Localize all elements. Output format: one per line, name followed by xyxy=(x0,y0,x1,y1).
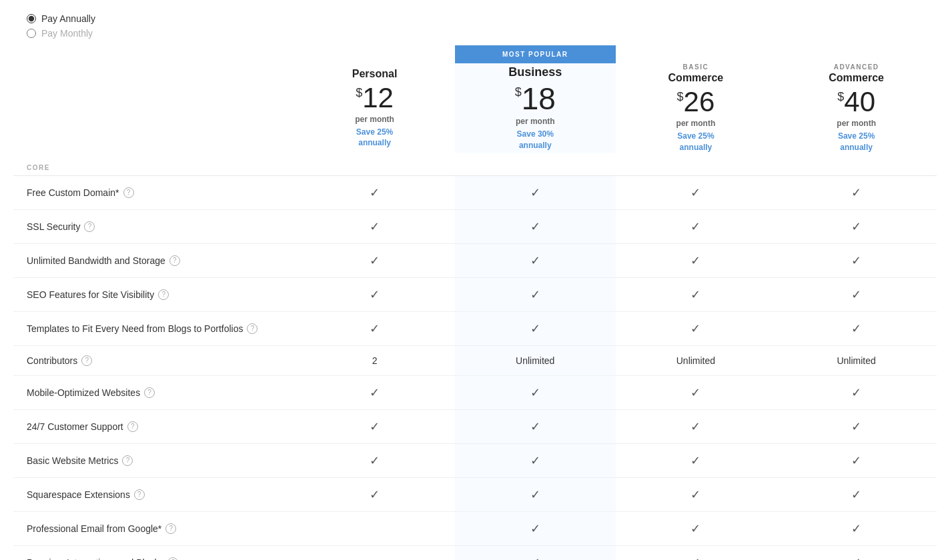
checkmark xyxy=(370,185,380,200)
pay-monthly-option[interactable]: Pay Monthly xyxy=(27,28,937,39)
basic-badge-cell xyxy=(616,45,777,63)
advanced-commerce-subtitle: ADVANCED xyxy=(776,63,937,71)
advanced-commerce-per-month: per month xyxy=(776,119,937,128)
feature-cell-11-0 xyxy=(294,545,455,560)
feature-cell-10-1 xyxy=(455,511,616,545)
feature-cell-4-2 xyxy=(616,311,777,345)
advanced-commerce-save: Save 25%annually xyxy=(776,131,937,153)
help-icon-6[interactable]: ? xyxy=(144,387,155,398)
checkmark xyxy=(690,185,700,200)
feature-cell-4-1 xyxy=(455,311,616,345)
help-icon-8[interactable]: ? xyxy=(122,455,133,466)
feature-cell-8-0 xyxy=(294,443,455,477)
feature-label-5: Contributors? xyxy=(27,355,294,366)
feature-cell-6-2 xyxy=(616,375,777,409)
feature-cell-4-3 xyxy=(776,311,937,345)
monthly-label[interactable]: Pay Monthly xyxy=(41,28,93,39)
checkmark xyxy=(530,185,540,200)
basic-commerce-plan-header: BASIC Commerce $ 26 per month Save 25%an… xyxy=(616,63,777,153)
advanced-commerce-plan-header: ADVANCED Commerce $ 40 per month Save 25… xyxy=(776,63,937,153)
page-wrapper: Pay Annually Pay Monthly xyxy=(0,0,950,560)
help-icon-5[interactable]: ? xyxy=(81,355,92,366)
feature-cell-5-2: Unlimited xyxy=(616,345,777,375)
feature-row-6: Mobile-Optimized Websites? xyxy=(13,375,937,409)
business-price-display: $ 18 xyxy=(455,83,616,114)
feature-cell-11-2 xyxy=(616,545,777,560)
feature-cell-7-1 xyxy=(455,409,616,443)
basic-commerce-price-display: $ 26 xyxy=(616,88,777,116)
feature-row-5: Contributors?2UnlimitedUnlimitedUnlimite… xyxy=(13,345,937,375)
feature-cell-7-2 xyxy=(616,409,777,443)
personal-price: 12 xyxy=(362,84,394,112)
feature-cell-1-2 xyxy=(616,209,777,243)
feature-cell-1-0 xyxy=(294,209,455,243)
feature-cell-8-1 xyxy=(455,443,616,477)
help-icon-9[interactable]: ? xyxy=(134,489,145,500)
advanced-commerce-plan-name: Commerce xyxy=(776,72,937,84)
feature-cell-8-2 xyxy=(616,443,777,477)
basic-commerce-save: Save 25%annually xyxy=(616,131,777,153)
personal-per-month: per month xyxy=(294,115,455,124)
feature-cell-0-1 xyxy=(455,175,616,209)
feature-label-cell-10: Professional Email from Google*? xyxy=(13,511,294,545)
feature-row-8: Basic Website Metrics? xyxy=(13,443,937,477)
feature-row-0: Free Custom Domain*? xyxy=(13,175,937,209)
feature-label-cell-5: Contributors? xyxy=(13,345,294,375)
feature-row-11: Premium Integrations and Blocks? xyxy=(13,545,937,560)
checkmark xyxy=(690,219,700,234)
checkmark xyxy=(851,287,861,302)
checkmark xyxy=(851,185,861,200)
feature-cell-4-0 xyxy=(294,311,455,345)
badge-row: MOST POPULAR xyxy=(13,45,937,63)
business-save: Save 30%annually xyxy=(455,129,616,151)
help-icon-10[interactable]: ? xyxy=(165,523,176,534)
feature-label-cell-11: Premium Integrations and Blocks? xyxy=(13,545,294,560)
help-icon-4[interactable]: ? xyxy=(247,323,258,334)
basic-commerce-subtitle: BASIC xyxy=(616,63,777,71)
help-icon-2[interactable]: ? xyxy=(169,255,180,266)
annually-label[interactable]: Pay Annually xyxy=(41,13,95,24)
annually-radio[interactable] xyxy=(27,14,36,23)
pay-annually-option[interactable]: Pay Annually xyxy=(27,13,937,24)
feature-row-7: 24/7 Customer Support? xyxy=(13,409,937,443)
help-icon-11[interactable]: ? xyxy=(167,557,178,560)
feature-cell-10-3 xyxy=(776,511,937,545)
badge-empty xyxy=(13,45,294,63)
checkmark xyxy=(851,419,861,434)
monthly-radio[interactable] xyxy=(27,29,36,38)
cell-value: 2 xyxy=(372,355,378,366)
personal-plan-header: Personal $ 12 per month Save 25%annually xyxy=(294,63,455,153)
checkmark xyxy=(530,487,540,502)
feature-label-3: SEO Features for Site Visibility? xyxy=(27,289,294,300)
feature-cell-6-3 xyxy=(776,375,937,409)
feature-label-8: Basic Website Metrics? xyxy=(27,455,294,466)
feature-cell-11-1 xyxy=(455,545,616,560)
checkmark xyxy=(851,253,861,268)
feature-col-header xyxy=(13,63,294,153)
feature-label-10: Professional Email from Google*? xyxy=(27,523,294,534)
help-icon-7[interactable]: ? xyxy=(127,421,138,432)
cell-value: Unlimited xyxy=(676,355,715,366)
checkmark xyxy=(851,487,861,502)
feature-label-1: SSL Security? xyxy=(27,221,294,232)
help-icon-1[interactable]: ? xyxy=(84,221,95,232)
feature-cell-0-0 xyxy=(294,175,455,209)
feature-row-10: Professional Email from Google*? xyxy=(13,511,937,545)
feature-cell-3-2 xyxy=(616,277,777,311)
help-icon-0[interactable]: ? xyxy=(123,187,134,198)
help-icon-3[interactable]: ? xyxy=(158,289,169,300)
feature-cell-10-0 xyxy=(294,511,455,545)
feature-cell-0-3 xyxy=(776,175,937,209)
feature-label-cell-8: Basic Website Metrics? xyxy=(13,443,294,477)
feature-cell-9-3 xyxy=(776,477,937,511)
feature-row-2: Unlimited Bandwidth and Storage? xyxy=(13,243,937,277)
checkmark xyxy=(851,321,861,336)
checkmark xyxy=(690,419,700,434)
feature-cell-1-1 xyxy=(455,209,616,243)
feature-label-cell-0: Free Custom Domain*? xyxy=(13,175,294,209)
feature-cell-11-3 xyxy=(776,545,937,560)
feature-row-3: SEO Features for Site Visibility? xyxy=(13,277,937,311)
feature-cell-3-1 xyxy=(455,277,616,311)
checkmark xyxy=(851,219,861,234)
feature-cell-8-3 xyxy=(776,443,937,477)
